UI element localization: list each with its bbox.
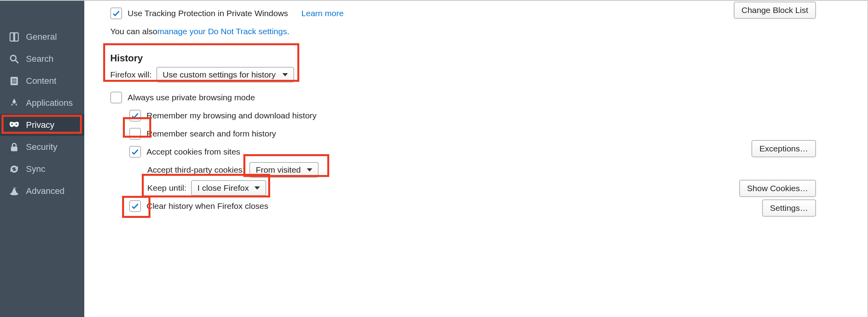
sidebar-item-label: Advanced (26, 186, 65, 196)
sidebar-item-applications[interactable]: Applications (0, 92, 84, 114)
search-icon (9, 53, 20, 65)
svg-point-8 (11, 123, 13, 125)
clear-on-close-row: Clear history when Firefox closes Settin… (129, 198, 856, 214)
remember-search-label: Remember search and form history (147, 129, 276, 138)
clear-on-close-checkbox[interactable] (129, 200, 141, 212)
keep-until-label: Keep until: (147, 183, 186, 193)
sidebar-item-label: Applications (26, 98, 73, 108)
third-party-row: Accept third-party cookies: From visited (147, 162, 856, 178)
dnt-suffix: . (287, 27, 289, 36)
clear-settings-button[interactable]: Settings… (762, 199, 816, 217)
remember-search-checkbox[interactable] (129, 128, 141, 140)
sidebar-item-label: General (26, 32, 57, 42)
change-block-list-button[interactable]: Change Block List (734, 2, 816, 19)
history-mode-value: Use custom settings for history (163, 70, 276, 79)
svg-point-2 (11, 55, 16, 61)
svg-line-3 (16, 61, 19, 63)
general-icon (9, 31, 20, 42)
third-party-select[interactable]: From visited (249, 162, 319, 178)
tracking-protection-checkbox[interactable] (110, 7, 122, 19)
history-mode-select[interactable]: Use custom settings for history (156, 67, 294, 83)
accept-cookies-row: Accept cookies from sites Exceptions… (129, 144, 856, 160)
sidebar-item-content[interactable]: Content (0, 70, 84, 92)
chevron-down-icon (254, 186, 260, 190)
svg-rect-10 (11, 147, 17, 151)
third-party-value: From visited (256, 165, 300, 175)
sidebar-item-privacy[interactable]: Privacy (0, 114, 84, 136)
always-private-checkbox[interactable] (110, 92, 122, 103)
preferences-panel: Use Tracking Protection in Private Windo… (84, 1, 867, 317)
sidebar-item-label: Content (26, 76, 56, 86)
chevron-down-icon (307, 168, 312, 171)
keep-until-value: I close Firefox (197, 183, 249, 193)
wizard-hat-icon (9, 186, 20, 197)
sidebar-item-search[interactable]: Search (0, 48, 84, 70)
keep-until-row: Keep until: I close Firefox Show Cookies… (147, 180, 856, 196)
dnt-row: You can also manage your Do Not Track se… (110, 24, 856, 39)
document-icon (9, 76, 20, 87)
svg-point-9 (15, 123, 17, 125)
svg-point-12 (15, 188, 16, 188)
sidebar-item-security[interactable]: Security (0, 136, 84, 158)
remember-browsing-row: Remember my browsing and download histor… (129, 108, 856, 123)
cookie-exceptions-button[interactable]: Exceptions… (751, 140, 816, 157)
sidebar-item-sync[interactable]: Sync (0, 158, 84, 180)
remember-browsing-label: Remember my browsing and download histor… (147, 111, 317, 120)
keep-until-select[interactable]: I close Firefox (191, 180, 266, 196)
history-heading: History (110, 53, 856, 64)
sidebar-item-label: Security (26, 142, 57, 152)
sidebar-item-label: Privacy (26, 120, 54, 130)
lock-icon (9, 142, 20, 153)
sync-icon (9, 164, 20, 175)
dnt-prefix: You can also (110, 27, 158, 36)
svg-point-11 (10, 193, 19, 195)
learn-more-link[interactable]: Learn more (301, 9, 343, 18)
history-mode-row: Firefox will: Use custom settings for hi… (110, 67, 856, 83)
tracking-protection-row: Use Tracking Protection in Private Windo… (110, 6, 856, 21)
history-will-label: Firefox will: (110, 70, 152, 79)
sidebar-item-advanced[interactable]: Advanced (0, 180, 84, 202)
chevron-down-icon (282, 73, 288, 76)
dnt-link[interactable]: manage your Do Not Track settings (158, 27, 287, 36)
sidebar-item-general[interactable]: General (0, 26, 84, 48)
accept-cookies-label: Accept cookies from sites (147, 147, 240, 157)
mask-icon (9, 120, 20, 131)
always-private-row: Always use private browsing mode (110, 90, 856, 105)
sidebar-item-label: Search (26, 54, 54, 64)
tracking-protection-label: Use Tracking Protection in Private Windo… (128, 9, 288, 18)
rocket-icon (9, 98, 20, 109)
remember-search-row: Remember search and form history (129, 126, 856, 142)
always-private-label: Always use private browsing mode (128, 93, 255, 102)
preferences-sidebar: General Search Content Applications Priv… (0, 1, 84, 317)
remember-browsing-checkbox[interactable] (129, 110, 141, 122)
svg-rect-1 (13, 33, 15, 41)
accept-cookies-checkbox[interactable] (129, 146, 141, 158)
third-party-label: Accept third-party cookies: (147, 165, 245, 175)
sidebar-item-label: Sync (26, 164, 45, 174)
show-cookies-button[interactable]: Show Cookies… (739, 180, 816, 197)
clear-on-close-label: Clear history when Firefox closes (147, 201, 268, 211)
